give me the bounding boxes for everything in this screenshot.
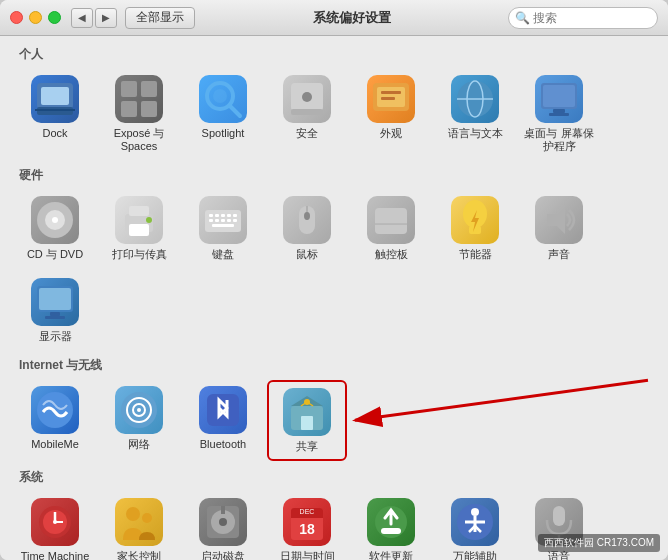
icon-label-universal: 万能辅助: [453, 550, 497, 560]
icon-universal[interactable]: 万能辅助: [435, 492, 515, 560]
minimize-button[interactable]: [29, 11, 42, 24]
svg-rect-41: [227, 219, 231, 222]
titlebar: ◀ ▶ 全部显示 系统偏好设置 🔍: [0, 0, 668, 36]
icon-display[interactable]: 显示器: [15, 272, 95, 349]
icon-label-mouse: 鼠标: [296, 248, 318, 261]
search-input[interactable]: [508, 7, 658, 29]
icon-trackpad[interactable]: 触控板: [351, 190, 431, 267]
icon-energy[interactable]: 节能器: [435, 190, 515, 267]
icon-label-cddvd: CD 与 DVD: [27, 248, 83, 261]
icon-img-appearance: [367, 75, 415, 123]
svg-point-74: [126, 507, 140, 521]
svg-point-46: [304, 212, 310, 220]
icon-sharing[interactable]: 共享: [267, 380, 347, 461]
icon-label-security: 安全: [296, 127, 318, 140]
svg-rect-16: [381, 91, 401, 94]
svg-rect-93: [553, 506, 565, 526]
section-title-personal: 个人: [15, 46, 653, 63]
icon-img-desktop: [535, 75, 583, 123]
icon-img-keyboard: [199, 196, 247, 244]
icon-img-mouse: [283, 196, 331, 244]
svg-rect-65: [301, 416, 313, 430]
icon-img-expose: [115, 75, 163, 123]
icon-label-dock: Dock: [42, 127, 67, 140]
icon-label-bluetooth: Bluetooth: [200, 438, 246, 451]
icon-label-energy: 节能器: [459, 248, 492, 261]
back-button[interactable]: ◀: [71, 8, 93, 28]
icon-bluetooth[interactable]: Bluetooth: [183, 380, 263, 461]
svg-rect-42: [233, 219, 237, 222]
icon-label-sharing: 共享: [296, 440, 318, 453]
icon-datetime[interactable]: 18DEC日期与时间: [267, 492, 347, 560]
maximize-button[interactable]: [48, 11, 61, 24]
icon-img-sharing: [283, 388, 331, 436]
icon-label-desktop: 桌面与 屏幕保护程序: [523, 127, 595, 153]
icon-timemachine[interactable]: Time Machine: [15, 492, 95, 560]
svg-rect-79: [221, 506, 225, 514]
icon-label-startup: 启动磁盘: [201, 550, 245, 560]
svg-rect-12: [291, 109, 323, 115]
svg-rect-2: [41, 87, 69, 105]
icon-spotlight[interactable]: Spotlight: [183, 69, 263, 159]
section-title-hardware: 硬件: [15, 167, 653, 184]
icon-appearance[interactable]: 外观: [351, 69, 431, 159]
svg-rect-86: [381, 528, 401, 534]
icon-img-sound: [535, 196, 583, 244]
icon-expose[interactable]: Exposé 与 Spaces: [99, 69, 179, 159]
icon-label-language: 语言与文本: [448, 127, 503, 140]
svg-rect-56: [45, 316, 65, 319]
icons-grid-system: Time Machine家长控制启动磁盘18DEC日期与时间软件更新万能辅助语音…: [15, 492, 653, 560]
icon-img-trackpad: [367, 196, 415, 244]
icon-dock[interactable]: Dock: [15, 69, 95, 159]
icon-print[interactable]: 打印与传真: [99, 190, 179, 267]
icon-mouse[interactable]: 鼠标: [267, 190, 347, 267]
section-system: 系统Time Machine家长控制启动磁盘18DEC日期与时间软件更新万能辅助…: [15, 469, 653, 560]
icon-img-spotlight: [199, 75, 247, 123]
icons-grid-hardware: CD 与 DVD打印与传真键盘鼠标触控板节能器声音显示器: [15, 190, 653, 348]
icon-speech[interactable]: 语音: [519, 492, 599, 560]
icon-img-parental: [115, 498, 163, 546]
svg-rect-4: [121, 81, 137, 97]
svg-rect-6: [121, 101, 137, 117]
icon-img-dock: [31, 75, 79, 123]
icon-img-security: [283, 75, 331, 123]
icon-label-keyboard: 键盘: [212, 248, 234, 261]
icon-img-timemachine: [31, 498, 79, 546]
icon-mobileme[interactable]: MobileMe: [15, 380, 95, 461]
svg-rect-36: [227, 214, 231, 217]
icon-softwareupdate[interactable]: 软件更新: [351, 492, 431, 560]
main-window: ◀ ▶ 全部显示 系统偏好设置 🔍 个人DockExposé 与 SpacesS…: [0, 0, 668, 560]
icon-img-mobileme: [31, 386, 79, 434]
icon-cddvd[interactable]: CD 与 DVD: [15, 190, 95, 267]
icon-sound[interactable]: 声音: [519, 190, 599, 267]
icon-label-trackpad: 触控板: [375, 248, 408, 261]
icon-label-sound: 声音: [548, 248, 570, 261]
svg-rect-5: [141, 81, 157, 97]
show-all-button[interactable]: 全部显示: [125, 7, 195, 29]
icon-img-energy: [451, 196, 499, 244]
forward-button[interactable]: ▶: [95, 8, 117, 28]
icon-network[interactable]: 网络: [99, 380, 179, 461]
icon-label-print: 打印与传真: [112, 248, 167, 261]
icon-label-appearance: 外观: [380, 127, 402, 140]
icon-img-language: [451, 75, 499, 123]
section-hardware: 硬件CD 与 DVD打印与传真键盘鼠标触控板节能器声音显示器: [15, 167, 653, 348]
svg-text:18: 18: [299, 521, 315, 537]
icon-language[interactable]: 语言与文本: [435, 69, 515, 159]
close-button[interactable]: [10, 11, 23, 24]
svg-point-75: [142, 513, 152, 523]
icon-parental[interactable]: 家长控制: [99, 492, 179, 560]
section-title-system: 系统: [15, 469, 653, 486]
icon-security[interactable]: 安全: [267, 69, 347, 159]
icon-desktop[interactable]: 桌面与 屏幕保护程序: [519, 69, 599, 159]
svg-rect-30: [129, 224, 149, 236]
svg-point-13: [302, 92, 312, 102]
svg-rect-34: [215, 214, 219, 217]
icon-keyboard[interactable]: 键盘: [183, 190, 263, 267]
icon-img-startup: [199, 498, 247, 546]
svg-point-88: [471, 508, 479, 516]
svg-rect-23: [553, 109, 565, 113]
icon-startup[interactable]: 启动磁盘: [183, 492, 263, 560]
svg-text:DEC: DEC: [300, 508, 315, 515]
svg-point-61: [137, 408, 141, 412]
